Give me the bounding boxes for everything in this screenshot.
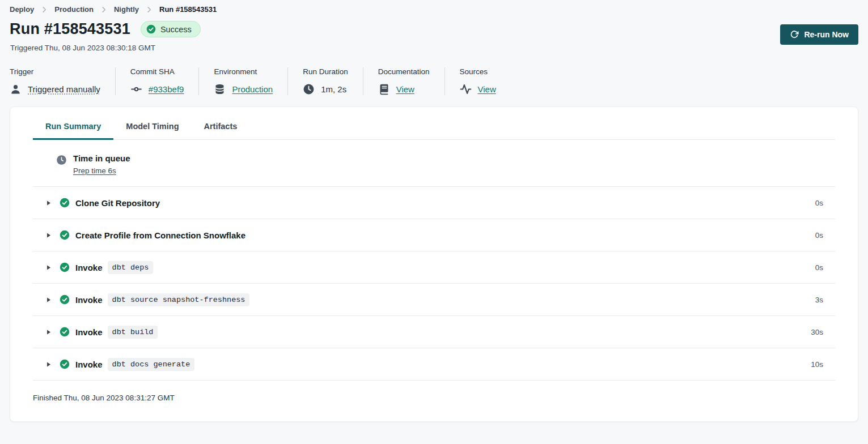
step-command: dbt docs generate: [108, 358, 195, 371]
breadcrumb-item-production[interactable]: Production: [54, 5, 94, 14]
meta-environment: Environment Production: [199, 67, 288, 95]
expand-step-button[interactable]: [45, 264, 52, 271]
step-row-create-profile: Create Profile from Connection Snowflake…: [33, 219, 835, 251]
meta-commit-sha: Commit SHA #933bef9: [116, 67, 200, 95]
chevron-right-icon: [100, 6, 108, 14]
step-duration: 30s: [811, 328, 823, 336]
meta-trigger: Trigger Triggered manually: [10, 67, 116, 95]
book-icon: [378, 83, 390, 95]
check-circle-icon: [60, 262, 70, 272]
meta-environment-label: Environment: [214, 67, 273, 76]
run-metadata-row: Trigger Triggered manually Commit SHA #9…: [10, 67, 858, 95]
pulse-icon: [460, 83, 472, 95]
step-row-dbt-build: Invoke dbt build 30s: [33, 316, 835, 348]
breadcrumb: Deploy Production Nightly Run #158543531: [0, 0, 868, 14]
meta-sources: Sources View: [445, 67, 511, 95]
check-circle-icon: [146, 24, 156, 34]
step-duration: 0s: [815, 199, 823, 207]
rerun-now-label: Re-run Now: [804, 30, 849, 39]
page-header: Run #158543531 Success Triggered Thu, 08…: [10, 20, 858, 52]
caret-right-icon: [45, 232, 52, 239]
refresh-icon: [790, 30, 799, 39]
status-badge-label: Success: [160, 25, 192, 34]
step-duration: 10s: [811, 360, 823, 369]
step-duration: 3s: [815, 296, 823, 304]
caret-right-icon: [45, 199, 52, 207]
run-duration-value: 1m, 2s: [321, 84, 346, 94]
commit-icon: [130, 83, 142, 95]
finished-timestamp: Finished Thu, 08 Jun 2023 08:31:27 GMT: [33, 381, 835, 402]
step-command: dbt build: [108, 326, 158, 339]
step-row-dbt-docs-generate: Invoke dbt docs generate 10s: [33, 348, 835, 381]
step-row-clone-git: Clone Git Repository 0s: [33, 187, 835, 219]
commit-sha-link[interactable]: #933bef9: [149, 84, 184, 94]
check-circle-icon: [60, 230, 70, 240]
check-circle-icon: [60, 359, 70, 369]
tab-artifacts[interactable]: Artifacts: [192, 121, 250, 140]
step-command: dbt deps: [108, 261, 154, 274]
triggered-timestamp: Triggered Thu, 08 Jun 2023 08:30:18 GMT: [10, 44, 201, 52]
meta-run-duration: Run Duration 1m, 2s: [288, 67, 363, 95]
meta-run-duration-label: Run Duration: [303, 67, 348, 76]
meta-trigger-label: Trigger: [10, 67, 100, 76]
expand-step-button[interactable]: [45, 232, 52, 239]
step-list: Clone Git Repository 0s Create Profile f…: [33, 187, 835, 381]
database-icon: [214, 83, 226, 95]
trigger-value: Triggered manually: [28, 84, 100, 94]
check-circle-icon: [60, 327, 70, 337]
step-label: Invoke: [75, 327, 103, 337]
caret-right-icon: [45, 361, 52, 368]
step-duration: 0s: [815, 231, 823, 240]
step-row-dbt-source-freshness: Invoke dbt source snapshot-freshness 3s: [33, 284, 835, 316]
breadcrumb-item-nightly[interactable]: Nightly: [114, 5, 139, 14]
check-circle-icon: [60, 198, 70, 208]
run-summary-card: Run Summary Model Timing Artifacts Time …: [10, 106, 858, 422]
chevron-right-icon: [145, 6, 153, 14]
caret-right-icon: [45, 264, 52, 271]
meta-commit-sha-label: Commit SHA: [130, 67, 184, 76]
caret-right-icon: [45, 328, 52, 336]
meta-documentation-label: Documentation: [378, 67, 430, 76]
breadcrumb-item-deploy[interactable]: Deploy: [10, 5, 34, 14]
page-title: Run #158543531: [10, 20, 130, 38]
meta-sources-label: Sources: [460, 67, 496, 76]
step-label: Invoke: [75, 360, 103, 369]
caret-right-icon: [45, 296, 52, 304]
expand-step-button[interactable]: [45, 328, 52, 336]
expand-step-button[interactable]: [45, 361, 52, 368]
tab-run-summary[interactable]: Run Summary: [33, 121, 113, 140]
clock-icon: [303, 83, 315, 95]
time-in-queue-title: Time in queue: [73, 153, 130, 163]
step-duration: 0s: [815, 263, 823, 272]
status-badge: Success: [141, 21, 201, 37]
chevron-right-icon: [40, 6, 48, 14]
prep-time-link[interactable]: Prep time 6s: [73, 166, 116, 175]
person-icon: [10, 83, 22, 95]
tab-bar: Run Summary Model Timing Artifacts: [33, 107, 835, 140]
step-label: Create Profile from Connection Snowflake: [75, 230, 245, 240]
expand-step-button[interactable]: [45, 296, 52, 304]
meta-documentation: Documentation View: [363, 67, 445, 95]
step-label: Invoke: [75, 295, 103, 305]
step-row-dbt-deps: Invoke dbt deps 0s: [33, 251, 835, 284]
time-in-queue-row: Time in queue Prep time 6s: [33, 140, 835, 187]
breadcrumb-item-current-run: Run #158543531: [159, 5, 217, 14]
environment-link[interactable]: Production: [232, 84, 273, 94]
check-circle-icon: [60, 294, 70, 305]
tab-model-timing[interactable]: Model Timing: [113, 121, 191, 140]
rerun-now-button[interactable]: Re-run Now: [780, 24, 858, 45]
documentation-view-link[interactable]: View: [396, 84, 414, 94]
sources-view-link[interactable]: View: [478, 84, 496, 94]
step-label: Clone Git Repository: [75, 198, 160, 208]
expand-step-button[interactable]: [45, 199, 52, 207]
step-command: dbt source snapshot-freshness: [108, 293, 250, 306]
clock-icon: [56, 155, 67, 165]
step-label: Invoke: [75, 263, 103, 272]
